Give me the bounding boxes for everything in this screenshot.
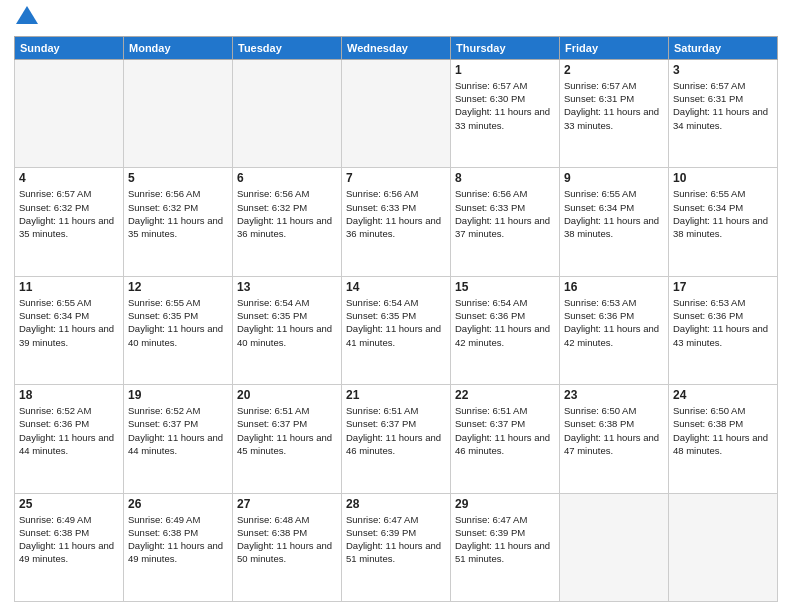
calendar-cell: 23Sunrise: 6:50 AMSunset: 6:38 PMDayligh… <box>560 385 669 493</box>
calendar-cell: 19Sunrise: 6:52 AMSunset: 6:37 PMDayligh… <box>124 385 233 493</box>
calendar-cell: 6Sunrise: 6:56 AMSunset: 6:32 PMDaylight… <box>233 168 342 276</box>
day-number: 12 <box>128 280 228 294</box>
day-info: Sunrise: 6:52 AMSunset: 6:37 PMDaylight:… <box>128 404 228 457</box>
day-number: 19 <box>128 388 228 402</box>
day-info: Sunrise: 6:56 AMSunset: 6:32 PMDaylight:… <box>237 187 337 240</box>
calendar-cell: 4Sunrise: 6:57 AMSunset: 6:32 PMDaylight… <box>15 168 124 276</box>
day-number: 26 <box>128 497 228 511</box>
calendar-cell: 28Sunrise: 6:47 AMSunset: 6:39 PMDayligh… <box>342 493 451 601</box>
calendar-cell: 7Sunrise: 6:56 AMSunset: 6:33 PMDaylight… <box>342 168 451 276</box>
day-number: 5 <box>128 171 228 185</box>
day-info: Sunrise: 6:47 AMSunset: 6:39 PMDaylight:… <box>455 513 555 566</box>
calendar-cell: 22Sunrise: 6:51 AMSunset: 6:37 PMDayligh… <box>451 385 560 493</box>
calendar-cell: 13Sunrise: 6:54 AMSunset: 6:35 PMDayligh… <box>233 276 342 384</box>
day-number: 9 <box>564 171 664 185</box>
day-number: 2 <box>564 63 664 77</box>
calendar-week-row: 25Sunrise: 6:49 AMSunset: 6:38 PMDayligh… <box>15 493 778 601</box>
calendar-cell <box>15 59 124 167</box>
calendar-day-header: Wednesday <box>342 36 451 59</box>
calendar-cell: 21Sunrise: 6:51 AMSunset: 6:37 PMDayligh… <box>342 385 451 493</box>
day-info: Sunrise: 6:50 AMSunset: 6:38 PMDaylight:… <box>673 404 773 457</box>
logo <box>14 10 38 30</box>
day-number: 20 <box>237 388 337 402</box>
day-info: Sunrise: 6:55 AMSunset: 6:34 PMDaylight:… <box>19 296 119 349</box>
day-number: 18 <box>19 388 119 402</box>
day-info: Sunrise: 6:54 AMSunset: 6:36 PMDaylight:… <box>455 296 555 349</box>
day-number: 25 <box>19 497 119 511</box>
day-number: 15 <box>455 280 555 294</box>
day-number: 21 <box>346 388 446 402</box>
calendar-cell: 2Sunrise: 6:57 AMSunset: 6:31 PMDaylight… <box>560 59 669 167</box>
day-info: Sunrise: 6:53 AMSunset: 6:36 PMDaylight:… <box>564 296 664 349</box>
calendar-cell: 16Sunrise: 6:53 AMSunset: 6:36 PMDayligh… <box>560 276 669 384</box>
day-info: Sunrise: 6:57 AMSunset: 6:31 PMDaylight:… <box>673 79 773 132</box>
calendar-cell: 10Sunrise: 6:55 AMSunset: 6:34 PMDayligh… <box>669 168 778 276</box>
calendar-cell: 5Sunrise: 6:56 AMSunset: 6:32 PMDaylight… <box>124 168 233 276</box>
calendar-header-row: SundayMondayTuesdayWednesdayThursdayFrid… <box>15 36 778 59</box>
day-info: Sunrise: 6:55 AMSunset: 6:34 PMDaylight:… <box>564 187 664 240</box>
day-number: 1 <box>455 63 555 77</box>
day-number: 23 <box>564 388 664 402</box>
calendar-cell: 24Sunrise: 6:50 AMSunset: 6:38 PMDayligh… <box>669 385 778 493</box>
day-info: Sunrise: 6:56 AMSunset: 6:32 PMDaylight:… <box>128 187 228 240</box>
header <box>14 10 778 30</box>
calendar-week-row: 4Sunrise: 6:57 AMSunset: 6:32 PMDaylight… <box>15 168 778 276</box>
calendar-cell <box>560 493 669 601</box>
calendar-cell <box>233 59 342 167</box>
calendar-table: SundayMondayTuesdayWednesdayThursdayFrid… <box>14 36 778 602</box>
calendar-cell: 26Sunrise: 6:49 AMSunset: 6:38 PMDayligh… <box>124 493 233 601</box>
calendar-cell: 1Sunrise: 6:57 AMSunset: 6:30 PMDaylight… <box>451 59 560 167</box>
day-number: 3 <box>673 63 773 77</box>
day-number: 6 <box>237 171 337 185</box>
day-number: 28 <box>346 497 446 511</box>
calendar-cell: 11Sunrise: 6:55 AMSunset: 6:34 PMDayligh… <box>15 276 124 384</box>
day-info: Sunrise: 6:51 AMSunset: 6:37 PMDaylight:… <box>346 404 446 457</box>
day-info: Sunrise: 6:55 AMSunset: 6:35 PMDaylight:… <box>128 296 228 349</box>
logo-icon <box>16 6 38 24</box>
calendar-cell: 3Sunrise: 6:57 AMSunset: 6:31 PMDaylight… <box>669 59 778 167</box>
day-number: 4 <box>19 171 119 185</box>
day-info: Sunrise: 6:49 AMSunset: 6:38 PMDaylight:… <box>128 513 228 566</box>
day-info: Sunrise: 6:56 AMSunset: 6:33 PMDaylight:… <box>455 187 555 240</box>
day-info: Sunrise: 6:54 AMSunset: 6:35 PMDaylight:… <box>237 296 337 349</box>
day-info: Sunrise: 6:48 AMSunset: 6:38 PMDaylight:… <box>237 513 337 566</box>
day-number: 14 <box>346 280 446 294</box>
calendar-cell: 27Sunrise: 6:48 AMSunset: 6:38 PMDayligh… <box>233 493 342 601</box>
page: SundayMondayTuesdayWednesdayThursdayFrid… <box>0 0 792 612</box>
day-info: Sunrise: 6:57 AMSunset: 6:30 PMDaylight:… <box>455 79 555 132</box>
calendar-week-row: 1Sunrise: 6:57 AMSunset: 6:30 PMDaylight… <box>15 59 778 167</box>
calendar-cell: 20Sunrise: 6:51 AMSunset: 6:37 PMDayligh… <box>233 385 342 493</box>
day-info: Sunrise: 6:47 AMSunset: 6:39 PMDaylight:… <box>346 513 446 566</box>
calendar-cell: 25Sunrise: 6:49 AMSunset: 6:38 PMDayligh… <box>15 493 124 601</box>
calendar-day-header: Thursday <box>451 36 560 59</box>
day-info: Sunrise: 6:50 AMSunset: 6:38 PMDaylight:… <box>564 404 664 457</box>
calendar-cell: 12Sunrise: 6:55 AMSunset: 6:35 PMDayligh… <box>124 276 233 384</box>
day-info: Sunrise: 6:53 AMSunset: 6:36 PMDaylight:… <box>673 296 773 349</box>
calendar-day-header: Sunday <box>15 36 124 59</box>
day-info: Sunrise: 6:57 AMSunset: 6:31 PMDaylight:… <box>564 79 664 132</box>
day-number: 16 <box>564 280 664 294</box>
day-number: 24 <box>673 388 773 402</box>
day-info: Sunrise: 6:52 AMSunset: 6:36 PMDaylight:… <box>19 404 119 457</box>
calendar-cell: 9Sunrise: 6:55 AMSunset: 6:34 PMDaylight… <box>560 168 669 276</box>
day-info: Sunrise: 6:54 AMSunset: 6:35 PMDaylight:… <box>346 296 446 349</box>
calendar-cell: 8Sunrise: 6:56 AMSunset: 6:33 PMDaylight… <box>451 168 560 276</box>
calendar-week-row: 18Sunrise: 6:52 AMSunset: 6:36 PMDayligh… <box>15 385 778 493</box>
calendar-day-header: Saturday <box>669 36 778 59</box>
calendar-cell: 15Sunrise: 6:54 AMSunset: 6:36 PMDayligh… <box>451 276 560 384</box>
calendar-cell: 14Sunrise: 6:54 AMSunset: 6:35 PMDayligh… <box>342 276 451 384</box>
calendar-cell <box>124 59 233 167</box>
day-number: 8 <box>455 171 555 185</box>
day-info: Sunrise: 6:56 AMSunset: 6:33 PMDaylight:… <box>346 187 446 240</box>
calendar-cell <box>669 493 778 601</box>
day-info: Sunrise: 6:55 AMSunset: 6:34 PMDaylight:… <box>673 187 773 240</box>
calendar-day-header: Monday <box>124 36 233 59</box>
calendar-week-row: 11Sunrise: 6:55 AMSunset: 6:34 PMDayligh… <box>15 276 778 384</box>
day-number: 17 <box>673 280 773 294</box>
calendar-day-header: Tuesday <box>233 36 342 59</box>
day-info: Sunrise: 6:49 AMSunset: 6:38 PMDaylight:… <box>19 513 119 566</box>
day-number: 27 <box>237 497 337 511</box>
calendar-cell <box>342 59 451 167</box>
day-number: 11 <box>19 280 119 294</box>
day-info: Sunrise: 6:51 AMSunset: 6:37 PMDaylight:… <box>237 404 337 457</box>
